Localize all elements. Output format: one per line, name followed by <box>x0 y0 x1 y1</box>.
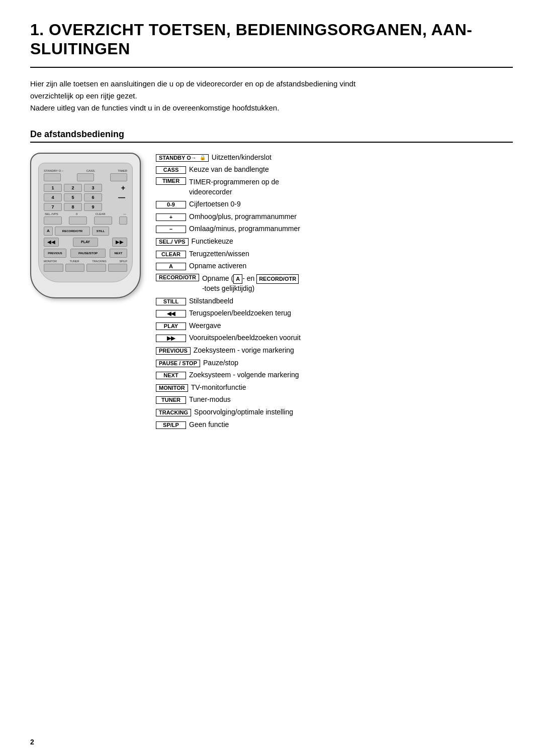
page-number: 2 <box>30 738 34 746</box>
intro-paragraph: Hier zijn alle toetsen en aansluitingen … <box>30 78 513 114</box>
legend-cass: CASS Keuze van de bandlengte <box>156 165 513 175</box>
bottom-row-labels: MONITOR TUNER TRACKING SP/LP <box>44 260 127 263</box>
legend-sp-lp: SP/LP Geen functie <box>156 420 513 430</box>
pause-stop-btn[interactable]: PAUSE/STOP <box>70 249 106 258</box>
page-title: 1. OVERZICHT TOETSEN, BEDIENINGSORGANEN,… <box>30 20 513 59</box>
legend-list: STANDBY O→ 🔒 Uitzetten/kinderslot CASS K… <box>156 153 513 432</box>
sel-row-labels: SEL./VPS 0 CLEAR — <box>44 212 127 215</box>
cass-btn[interactable] <box>77 173 94 181</box>
legend-minus: − Omlaag/minus, programmanummer <box>156 224 513 234</box>
legend-monitor: MONITOR TV-monitorfunctie <box>156 383 513 393</box>
rewind-btn[interactable]: ◀◀ <box>44 238 59 247</box>
legend-next: NEXT Zoeksysteem - volgende markering <box>156 370 513 380</box>
prev-next-row: PREVIOUS PAUSE/STOP NEXT <box>44 249 127 258</box>
legend-rewind: ◀◀ Terugspoelen/beeldzoeken terug <box>156 308 513 318</box>
timer-btn[interactable] <box>110 173 127 181</box>
btn-9[interactable]: 9 <box>84 203 102 211</box>
ffwd-btn[interactable]: ▶▶ <box>112 238 127 247</box>
bottom-btns-row <box>44 264 127 272</box>
legend-clear: CLEAR Terugzetten/wissen <box>156 249 513 259</box>
legend-pause-stop: PAUSE / STOP Pauze/stop <box>156 358 513 368</box>
btn-6[interactable]: 6 <box>84 193 102 201</box>
tuner-btn[interactable] <box>65 264 85 272</box>
transport-row: ◀◀ PLAY ▶▶ <box>44 238 127 247</box>
sp-lp-btn[interactable] <box>108 264 128 272</box>
still-btn[interactable]: STILL <box>92 227 109 236</box>
legend-ffwd: ▶▶ Vooruitspoelen/beeldzoeken vooruit <box>156 333 513 343</box>
top-btn-row <box>44 173 127 181</box>
btn-1[interactable]: 1 <box>44 184 62 192</box>
legend-0-9: 0-9 Cijfertoetsen 0-9 <box>156 199 513 209</box>
legend-timer: TIMER TIMER-programmeren op devideorecor… <box>156 177 513 197</box>
minus-icon: — <box>116 193 127 201</box>
btn-7[interactable]: 7 <box>44 203 62 211</box>
legend-standby: STANDBY O→ 🔒 Uitzetten/kinderslot <box>156 153 513 163</box>
minus-btn[interactable] <box>119 217 127 225</box>
legend-still: STILL Stilstandbeeld <box>156 296 513 306</box>
btn-3[interactable]: 3 <box>84 184 102 192</box>
next-btn[interactable]: NEXT <box>110 249 127 258</box>
legend-record-otr: RECORD/OTR Opname (A- en RECORD/OTR-toet… <box>156 274 513 294</box>
standby-btn[interactable] <box>44 173 61 181</box>
sel-vps-btn[interactable] <box>44 217 62 225</box>
tracking-btn[interactable] <box>86 264 106 272</box>
btn-2[interactable]: 2 <box>64 184 82 192</box>
btn-5[interactable]: 5 <box>64 193 82 201</box>
clear-btn[interactable] <box>94 217 112 225</box>
title-divider <box>30 67 513 68</box>
monitor-btn[interactable] <box>44 264 63 272</box>
btn-4[interactable]: 4 <box>44 193 62 201</box>
section-title: De afstandsbediening <box>30 129 513 143</box>
a-btn[interactable]: A <box>44 227 53 236</box>
btn-8[interactable]: 8 <box>64 203 82 211</box>
legend-plus: + Omhoog/plus, programmanummer <box>156 212 513 222</box>
legend-tuner: TUNER Tuner-modus <box>156 395 513 405</box>
legend-previous: PREVIOUS Zoeksysteem - vorige markering <box>156 346 513 356</box>
plus-btn[interactable]: + <box>119 184 127 192</box>
record-otr-btn[interactable]: RECORD/OTR <box>55 227 90 236</box>
content-area: STANDBY O→ CASS. TIMER 1 2 3 + <box>30 153 513 432</box>
legend-sel-vps: SEL./ VPS Functiekeuze <box>156 237 513 247</box>
btn-0[interactable] <box>69 217 87 225</box>
legend-a: A Opname activeren <box>156 261 513 271</box>
remote-inner: STANDBY O→ CASS. TIMER 1 2 3 + <box>38 163 133 282</box>
play-btn[interactable]: PLAY <box>73 238 98 247</box>
legend-play: PLAY Weergave <box>156 321 513 331</box>
previous-btn[interactable]: PREVIOUS <box>44 249 66 258</box>
top-row-labels: STANDBY O→ CASS. TIMER <box>44 169 127 172</box>
record-row: A RECORD/OTR STILL <box>44 227 127 236</box>
remote-control: STANDBY O→ CASS. TIMER 1 2 3 + <box>30 153 141 298</box>
legend-tracking: TRACKING Spoorvolging/optimale instellin… <box>156 407 513 417</box>
